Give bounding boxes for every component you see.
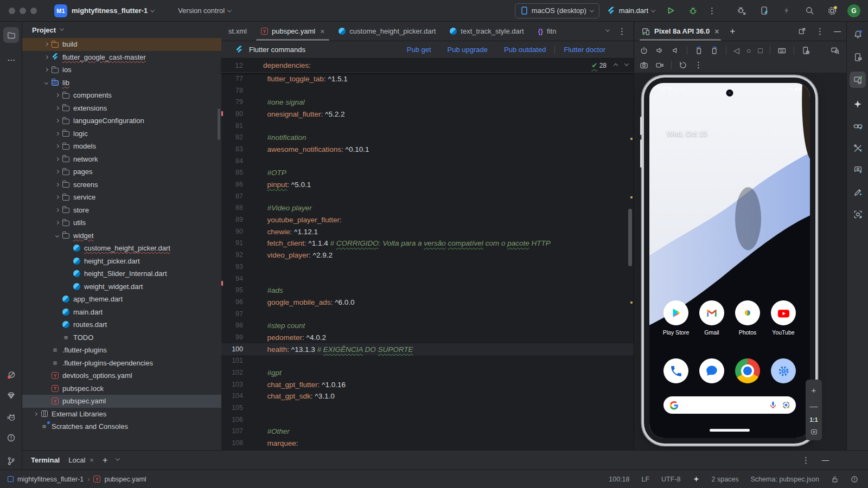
device-selector[interactable]: macOS (desktop) — [515, 3, 599, 18]
code-line-90[interactable]: 90 chewie: ^1.12.1 — [221, 226, 634, 237]
close-tab-icon[interactable]: × — [320, 27, 324, 36]
power-icon[interactable] — [640, 46, 648, 55]
vcs-widget[interactable]: Version control — [178, 7, 231, 15]
tree-item-custome_height_picker.dart[interactable]: custome_height_picker.dart — [22, 242, 221, 255]
editor-area[interactable]: st.xmlYpubspec.yaml×custome_height_picke… — [221, 22, 634, 450]
chevron-right-icon[interactable] — [53, 180, 61, 189]
code-line-103[interactable]: 103 chat_gpt_flutter: ^1.0.16 — [221, 378, 634, 390]
chevron-right-icon[interactable] — [53, 91, 61, 100]
running-devices-icon[interactable] — [850, 72, 866, 88]
volume-down-icon[interactable] — [671, 46, 680, 55]
tree-item-store[interactable]: store — [22, 204, 221, 217]
terminal-dropdown-icon[interactable] — [116, 456, 120, 460]
chevron-right-icon[interactable] — [53, 129, 61, 138]
window-controls[interactable] — [0, 8, 41, 14]
notifications-bell-icon[interactable] — [850, 26, 866, 42]
tree-item-service[interactable]: service — [22, 191, 221, 204]
tree-item-main.dart[interactable]: main.dart — [22, 306, 221, 319]
tree-item-languageConfiguration[interactable]: languageConfiguration — [22, 114, 221, 127]
code-editor[interactable]: 77 flutter_toggle_tab: ^1.5.17879 #one s… — [221, 73, 634, 449]
tree-item-devtools_options.yaml[interactable]: Ydevtools_options.yaml — [22, 369, 221, 382]
project-scrollbar[interactable] — [218, 108, 220, 140]
lock-icon[interactable] — [831, 476, 839, 483]
chevron-right-icon[interactable] — [53, 168, 61, 176]
zoom-in-icon[interactable]: + — [812, 386, 816, 395]
gem-icon[interactable] — [3, 388, 19, 403]
flutter-hot-reload-icon[interactable] — [756, 3, 771, 18]
tree-item-weight_widget.dart[interactable]: weight_widget.dart — [22, 280, 221, 293]
warning-stripe-mark[interactable] — [630, 196, 633, 198]
version-control-label[interactable]: Version control — [178, 7, 225, 15]
app-quality-insights-icon[interactable] — [850, 162, 866, 178]
tree-item-screens[interactable]: screens — [22, 178, 221, 191]
code-line-93[interactable]: 93 — [221, 261, 634, 273]
code-line-87[interactable]: 87 — [221, 190, 634, 202]
more-run-actions-icon[interactable]: ⋮ — [708, 6, 716, 16]
tree-item-flutter_google_cast-master[interactable]: flutter_google_cast-master — [22, 51, 221, 64]
run-button[interactable] — [662, 3, 678, 18]
device-manager-icon[interactable] — [850, 49, 866, 65]
app-icon-photos[interactable]: Photos — [735, 300, 760, 336]
warning-stripe-mark[interactable] — [630, 138, 633, 140]
tree-item-components[interactable]: components — [22, 89, 221, 102]
project-name[interactable]: mightyfitness_flutter-1 — [72, 7, 148, 15]
code-line-89[interactable]: 89 youtube_player_flutter: — [221, 214, 634, 226]
app-icon-play-store[interactable]: Play Store — [663, 300, 688, 336]
tree-item-app_theme.dart[interactable]: app_theme.dart — [22, 293, 221, 306]
breadcrumb-project[interactable]: mightyfitness_flutter-1 — [17, 476, 84, 483]
tree-item-routes.dart[interactable]: routes.dart — [22, 318, 221, 331]
code-line-105[interactable]: 105 — [221, 402, 634, 414]
app-icon-youtube[interactable]: YouTube — [771, 300, 796, 336]
add-device-tab-icon[interactable]: + — [730, 26, 735, 37]
git-branch-icon[interactable] — [3, 453, 19, 469]
flutter-doctor-link[interactable]: Flutter doctor — [564, 46, 605, 54]
chevron-right-icon[interactable] — [31, 409, 40, 418]
chevron-right-icon[interactable] — [42, 40, 50, 49]
warning-stripe-mark[interactable] — [630, 301, 633, 304]
open-in-window-icon[interactable] — [798, 27, 806, 35]
terminal-title[interactable]: Terminal — [31, 456, 60, 464]
code-line-81[interactable]: 81 — [221, 120, 634, 132]
chevron-right-icon[interactable] — [53, 142, 61, 151]
code-line-95[interactable]: 95 #ads — [221, 284, 634, 296]
chevron-right-icon[interactable] — [53, 206, 61, 214]
flutter-inspector-tools-icon[interactable] — [850, 140, 866, 156]
inspection-check-icon[interactable]: ✔ — [591, 61, 597, 69]
tree-item-pubspec.yaml[interactable]: Ypubspec.yaml — [22, 395, 221, 408]
problems-icon[interactable] — [3, 430, 19, 446]
mute-problems-icon[interactable] — [3, 367, 19, 383]
google-search-bar[interactable] — [663, 396, 796, 414]
close-device-tab-icon[interactable]: × — [714, 27, 719, 36]
screenshot-camera-icon[interactable] — [640, 61, 648, 69]
user-avatar[interactable]: G — [847, 4, 860, 17]
rotate-right-icon[interactable] — [710, 46, 719, 55]
code-line-102[interactable]: 102 #gpt — [221, 367, 634, 378]
reset-icon[interactable] — [679, 61, 687, 69]
rotate-left-icon[interactable] — [694, 46, 703, 55]
tree-item-models[interactable]: models — [22, 140, 221, 153]
code-line-99[interactable]: 99 pedometer: ^4.0.2 — [221, 331, 634, 343]
tree-item-height_picker.dart[interactable]: height_picker.dart — [22, 255, 221, 268]
chevron-right-icon[interactable] — [53, 193, 61, 202]
cat-assistant-icon[interactable] — [3, 409, 19, 425]
project-tool-button[interactable] — [3, 27, 19, 43]
tree-item-lib[interactable]: lib — [22, 76, 221, 89]
chevron-right-icon[interactable] — [53, 117, 61, 125]
hidden-tabs-dropdown-icon[interactable] — [605, 27, 610, 31]
prev-problem-icon[interactable] — [614, 63, 618, 67]
tree-item-.flutter-plugins[interactable]: ≡.flutter-plugins — [22, 344, 221, 357]
tree-item-widget[interactable]: widget — [22, 229, 221, 242]
code-line-77[interactable]: 77 flutter_toggle_tab: ^1.5.1 — [221, 73, 634, 85]
chevron-right-icon[interactable] — [53, 219, 61, 227]
deep-links-icon[interactable] — [850, 118, 866, 134]
chevron-down-icon[interactable] — [42, 78, 50, 87]
home-indicator-bar[interactable] — [710, 429, 750, 432]
error-indicator-icon[interactable] — [851, 476, 858, 483]
tree-item-pubspec.lock[interactable]: Ypubspec.lock — [22, 382, 221, 395]
tree-item-Scratches and Consoles[interactable]: ≡Scratches and Consoles — [22, 420, 221, 433]
chevron-right-icon[interactable] — [53, 104, 61, 112]
device-tab[interactable]: Pixel 8a API 36.0 × — [640, 22, 721, 41]
tree-item-build[interactable]: build — [22, 38, 221, 51]
code-line-98[interactable]: 98 #step count — [221, 319, 634, 331]
code-line-106[interactable]: 106 — [221, 414, 634, 426]
